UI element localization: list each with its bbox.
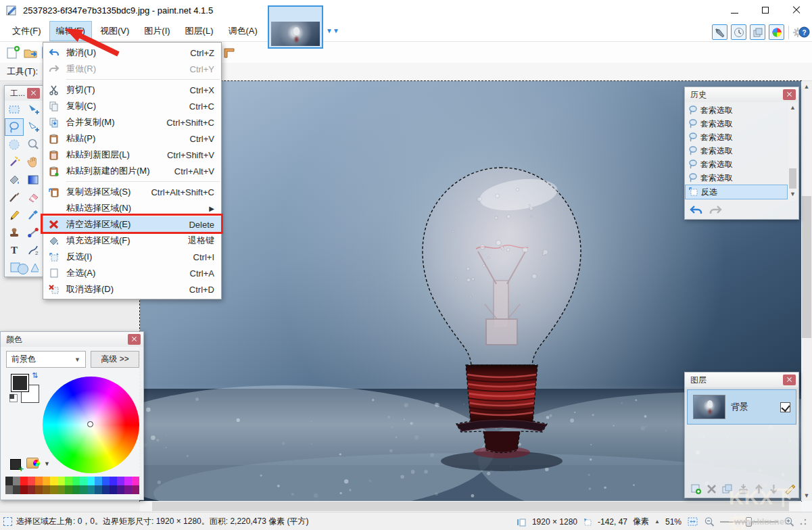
color-wheel[interactable]: [43, 377, 139, 473]
menu-item-undo[interactable]: 撤消(U)Ctrl+Z: [43, 45, 221, 61]
toggle-tools-panel-button[interactable]: [712, 24, 727, 40]
menu-item-fill-selection[interactable]: 填充选择区域(F)退格键: [43, 233, 221, 249]
tool-pan[interactable]: [24, 153, 43, 171]
scroll-down-icon[interactable]: ▼: [801, 490, 812, 501]
palette-swatch[interactable]: [50, 477, 57, 485]
toggle-history-panel-button[interactable]: [731, 24, 746, 40]
menu-edit[interactable]: 编辑(E): [49, 21, 92, 41]
palette-swatch[interactable]: [65, 477, 72, 485]
palette-swatch[interactable]: [87, 485, 95, 494]
merge-layer-down-button[interactable]: [738, 483, 749, 495]
palette-menu-button[interactable]: [26, 458, 39, 468]
menu-layers[interactable]: 图层(L): [178, 21, 220, 41]
add-layer-button[interactable]: [690, 483, 702, 495]
maximize-button[interactable]: [750, 0, 781, 20]
menu-image[interactable]: 图片(I): [137, 21, 176, 41]
menu-item-paste-into-new-layer[interactable]: 粘贴到新图层(L)Ctrl+Shift+V: [43, 147, 221, 163]
selection-mode-icon[interactable]: [222, 45, 237, 59]
history-redo-button[interactable]: [708, 205, 723, 216]
tool-clone-stamp[interactable]: [5, 224, 24, 241]
palette-swatch[interactable]: [80, 477, 87, 485]
toggle-colors-panel-button[interactable]: [769, 24, 784, 40]
scroll-down-icon[interactable]: ▼: [788, 190, 797, 201]
palette-swatch[interactable]: [5, 485, 13, 494]
tool-recolor[interactable]: [24, 224, 43, 241]
history-scroll-thumb[interactable]: [789, 168, 796, 189]
history-panel-close-button[interactable]: [783, 89, 796, 100]
tool-magic-wand[interactable]: [5, 153, 24, 171]
zoom-in-button[interactable]: [784, 516, 794, 527]
new-file-button[interactable]: [5, 45, 20, 60]
palette-swatch[interactable]: [102, 477, 110, 485]
palette-swatch[interactable]: [35, 477, 43, 485]
palette-swatch[interactable]: [35, 485, 43, 494]
menu-file[interactable]: 文件(F): [5, 21, 48, 41]
layers-panel-close-button[interactable]: [783, 375, 796, 385]
open-file-button[interactable]: [23, 45, 38, 60]
menu-item-select-all[interactable]: 全选(A)Ctrl+A: [43, 265, 221, 281]
help-button[interactable]: ?: [796, 24, 811, 40]
history-item[interactable]: 套索选取: [685, 144, 788, 158]
image-list-chevron-icon[interactable]: ▼▼: [326, 27, 337, 38]
history-undo-button[interactable]: [689, 205, 704, 216]
tool-pencil[interactable]: [5, 206, 24, 224]
history-item-selected[interactable]: 反选: [685, 185, 788, 199]
palette-swatch[interactable]: [57, 477, 65, 485]
menu-item-invert-selection[interactable]: 反选(I)Ctrl+I: [43, 249, 221, 265]
history-scrollbar[interactable]: ▲ ▼: [788, 103, 797, 201]
menu-adjustments[interactable]: 调色(A): [221, 21, 264, 41]
palette-swatch[interactable]: [110, 477, 117, 485]
menu-view[interactable]: 视图(V): [93, 21, 136, 41]
palette-swatch[interactable]: [13, 485, 20, 494]
delete-layer-button[interactable]: [707, 484, 717, 494]
reset-colors-icon[interactable]: [9, 394, 18, 402]
scroll-up-icon[interactable]: ▲: [801, 81, 812, 92]
palette-swatch[interactable]: [124, 485, 132, 494]
tool-zoom[interactable]: [24, 136, 43, 153]
history-item[interactable]: 套索选取: [685, 117, 788, 130]
color-mode-select[interactable]: 前景色 ▼: [6, 351, 86, 368]
tools-panel-close-button[interactable]: [27, 88, 40, 99]
tool-rectangle-select[interactable]: [5, 101, 24, 118]
add-to-palette-button[interactable]: [10, 459, 21, 470]
palette-swatch[interactable]: [72, 485, 80, 494]
menu-item-cut[interactable]: 剪切(T)Ctrl+X: [43, 82, 221, 98]
palette-swatch[interactable]: [110, 485, 117, 494]
menu-item-paste-into-new-image[interactable]: 粘贴到新建的图片(M)Ctrl+Alt+V: [43, 163, 221, 179]
palette-swatch[interactable]: [43, 477, 50, 485]
tool-paint-bucket[interactable]: [5, 171, 24, 189]
palette-swatch[interactable]: [117, 477, 124, 485]
zoom-slider[interactable]: [720, 521, 778, 523]
minimize-button[interactable]: [719, 0, 750, 20]
move-layer-down-button[interactable]: [769, 483, 779, 495]
swap-colors-icon[interactable]: ⇅: [32, 371, 38, 380]
tool-gradient[interactable]: [24, 171, 43, 189]
fit-to-window-button[interactable]: [687, 516, 698, 527]
history-item[interactable]: 套索选取: [685, 158, 788, 171]
palette-swatch[interactable]: [132, 477, 139, 485]
palette-swatch[interactable]: [95, 477, 102, 485]
palette-swatch[interactable]: [80, 485, 87, 494]
palette-swatch[interactable]: [28, 485, 35, 494]
colors-panel-titlebar[interactable]: 颜色: [1, 332, 143, 347]
colors-panel-close-button[interactable]: [128, 334, 141, 345]
layer-properties-button[interactable]: [784, 483, 796, 495]
tool-move-selection[interactable]: [24, 118, 43, 136]
horizontal-scrollbar[interactable]: [140, 501, 801, 512]
tool-line-curve[interactable]: 2: [24, 241, 43, 259]
tool-eraser[interactable]: [24, 189, 43, 206]
palette-swatch[interactable]: [57, 485, 65, 494]
tool-lasso-select[interactable]: [5, 118, 24, 136]
palette-swatch[interactable]: [72, 477, 80, 485]
layer-row-background[interactable]: 背景: [687, 389, 796, 425]
palette-swatch[interactable]: [132, 485, 139, 494]
palette-swatch[interactable]: [20, 477, 28, 485]
palette-swatch[interactable]: [87, 477, 95, 485]
zoom-out-button[interactable]: [704, 516, 715, 527]
vertical-scroll-thumb[interactable]: [802, 196, 811, 338]
tools-panel-titlebar[interactable]: 工...: [5, 86, 43, 101]
palette-caret-icon[interactable]: ▼: [44, 460, 50, 467]
tool-ellipse-select[interactable]: [5, 136, 24, 153]
menu-item-deselect[interactable]: 取消选择(D)Ctrl+D: [43, 281, 221, 297]
foreground-color-swatch[interactable]: [11, 374, 29, 392]
